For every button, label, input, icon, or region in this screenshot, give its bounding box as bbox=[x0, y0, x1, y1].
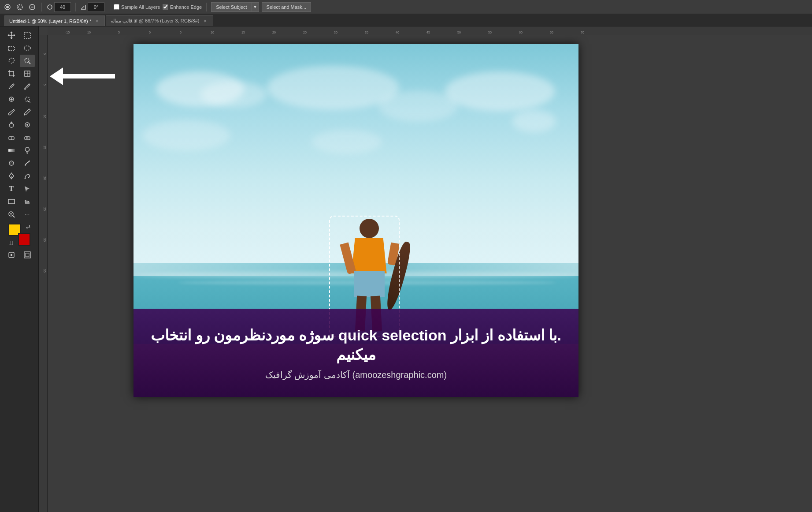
hand-tool[interactable] bbox=[20, 195, 35, 208]
screen-mode-tool[interactable] bbox=[20, 249, 35, 261]
crop-tool[interactable] bbox=[4, 67, 19, 80]
svg-rect-8 bbox=[8, 46, 15, 51]
brush-mode-icon-1[interactable] bbox=[3, 2, 12, 12]
sample-all-layers-group[interactable]: Sample All Layers bbox=[114, 4, 160, 10]
sub-caption: (amoozeshgraphic.com) آکادمی آموزش گرافی… bbox=[265, 370, 447, 380]
healing-tools bbox=[4, 93, 35, 105]
ruler-vertical: 0 5 10 15 20 25 30 35 bbox=[39, 35, 48, 512]
ruler-vlabel-5: 5 bbox=[43, 84, 46, 86]
tab-template-close[interactable]: × bbox=[202, 18, 208, 24]
path-selection-tool[interactable] bbox=[20, 183, 35, 195]
canvas-document[interactable]: .با استفاده از ابزار quick selection سوژ… bbox=[133, 44, 578, 397]
subtract-mode-icon[interactable] bbox=[27, 2, 37, 12]
quick-selection-tool[interactable] bbox=[20, 55, 35, 67]
main-caption: .با استفاده از ابزار quick selection سوژ… bbox=[142, 325, 570, 364]
cloud-5 bbox=[445, 71, 555, 111]
angle-icon bbox=[80, 4, 86, 10]
beach-image: .با استفاده از ابزار quick selection سوژ… bbox=[133, 44, 578, 397]
svg-rect-36 bbox=[11, 254, 12, 256]
lasso-tool[interactable] bbox=[4, 55, 19, 67]
main-layout: T bbox=[0, 26, 812, 512]
quick-mask-tool[interactable] bbox=[4, 249, 19, 261]
eraser-tool[interactable] bbox=[4, 131, 19, 144]
ruler-label-10: 10 bbox=[87, 31, 91, 34]
separator-3 bbox=[109, 3, 109, 11]
brush-size-control: 40 bbox=[46, 2, 71, 12]
ruler-horizontal: -15 10 5 0 5 10 15 20 25 30 35 40 45 50 … bbox=[48, 26, 812, 35]
slice-tool[interactable] bbox=[20, 67, 35, 80]
tab-untitled-close[interactable]: × bbox=[94, 18, 100, 24]
blur-tool[interactable] bbox=[4, 157, 19, 169]
select-subject-button[interactable]: Select Subject bbox=[211, 2, 252, 12]
ruler-label-25: 25 bbox=[303, 31, 307, 34]
lasso-tools bbox=[4, 55, 35, 67]
select-subject-dropdown[interactable]: ▼ bbox=[252, 2, 259, 12]
elliptical-marquee-tool[interactable] bbox=[20, 42, 35, 54]
tab-template[interactable]: قالب مقاله.tif @ 66/7% (Layer 3, RGB/8#)… bbox=[106, 15, 213, 26]
enhance-edge-checkbox[interactable] bbox=[163, 4, 168, 10]
eyedropper-tool[interactable] bbox=[4, 80, 19, 93]
horizontal-type-tool[interactable]: T bbox=[4, 183, 19, 195]
default-colors-icon[interactable]: ◫ bbox=[8, 239, 13, 246]
background-color[interactable] bbox=[18, 233, 30, 246]
ruler-label-55: 55 bbox=[488, 31, 492, 34]
canvas-area: -15 10 5 0 5 10 15 20 25 30 35 40 45 50 … bbox=[39, 26, 812, 512]
rectangle-tool[interactable] bbox=[4, 195, 19, 208]
separator-1 bbox=[41, 3, 42, 11]
brush-tools bbox=[4, 106, 35, 118]
tab-bar: Untitled-1 @ 50% (Layer 1, RGB/8#) * × ق… bbox=[0, 14, 812, 26]
brush-size-input[interactable]: 40 bbox=[54, 2, 71, 12]
svg-point-1 bbox=[6, 6, 9, 8]
svg-rect-7 bbox=[24, 32, 30, 38]
enhance-edge-group[interactable]: Enhance Edge bbox=[163, 4, 202, 10]
angle-input[interactable] bbox=[88, 2, 104, 12]
bottom-text-overlay: .با استفاده از ابزار quick selection سوژ… bbox=[133, 309, 578, 397]
patch-tool[interactable] bbox=[20, 93, 35, 105]
pen-tools bbox=[4, 170, 35, 182]
svg-rect-37 bbox=[24, 252, 30, 258]
more-tools[interactable]: ··· bbox=[20, 208, 35, 220]
svg-rect-25 bbox=[8, 149, 15, 152]
tab-untitled[interactable]: Untitled-1 @ 50% (Layer 1, RGB/8#) * × bbox=[4, 15, 105, 26]
freeform-pen-tool[interactable] bbox=[20, 170, 35, 182]
ruler-vlabel-10: 10 bbox=[43, 115, 46, 118]
ruler-label-50: 50 bbox=[457, 31, 461, 34]
background-eraser-tool[interactable] bbox=[20, 131, 35, 144]
pattern-stamp-tool[interactable] bbox=[20, 119, 35, 131]
gradient-tool[interactable] bbox=[4, 144, 19, 157]
select-and-mask-button[interactable]: Select and Mask... bbox=[262, 2, 311, 12]
select-and-mask-label: Select and Mask... bbox=[267, 4, 307, 10]
svg-point-2 bbox=[17, 4, 22, 10]
ruler-vlabel-25: 25 bbox=[43, 207, 46, 211]
sample-all-layers-checkbox[interactable] bbox=[114, 4, 119, 10]
svg-line-14 bbox=[9, 88, 10, 89]
brush-tool[interactable] bbox=[4, 106, 19, 118]
brush-mode-icon-2[interactable] bbox=[15, 2, 25, 12]
clone-tools bbox=[4, 119, 35, 131]
svg-point-3 bbox=[19, 6, 21, 8]
spot-healing-tool[interactable] bbox=[4, 93, 19, 105]
ruler-label-5b: 5 bbox=[180, 31, 182, 34]
ruler-label-15: 15 bbox=[241, 31, 245, 34]
svg-rect-40 bbox=[62, 74, 115, 78]
artboard-tool[interactable] bbox=[20, 29, 35, 41]
rect-marquee-tool[interactable] bbox=[4, 42, 19, 54]
cloud-2 bbox=[200, 81, 267, 108]
screen-tools bbox=[4, 249, 35, 261]
smudge-tool[interactable] bbox=[20, 157, 35, 169]
pencil-tool[interactable] bbox=[20, 106, 35, 118]
color-sampler-tool[interactable] bbox=[20, 80, 35, 93]
clone-stamp-tool[interactable] bbox=[4, 119, 19, 131]
shape-tools bbox=[4, 195, 35, 208]
zoom-tool[interactable] bbox=[4, 208, 19, 220]
swap-colors-icon[interactable]: ⇄ bbox=[26, 224, 30, 230]
separator-4 bbox=[206, 3, 207, 11]
cloud-7 bbox=[142, 120, 230, 151]
paint-bucket-tool[interactable] bbox=[20, 144, 35, 157]
eraser-tools bbox=[4, 131, 35, 144]
ruler-label-0: 0 bbox=[149, 31, 151, 34]
separator-2 bbox=[75, 3, 76, 11]
ruler-label-40: 40 bbox=[396, 31, 399, 34]
pen-tool[interactable] bbox=[4, 170, 19, 182]
move-tool[interactable] bbox=[4, 29, 19, 41]
